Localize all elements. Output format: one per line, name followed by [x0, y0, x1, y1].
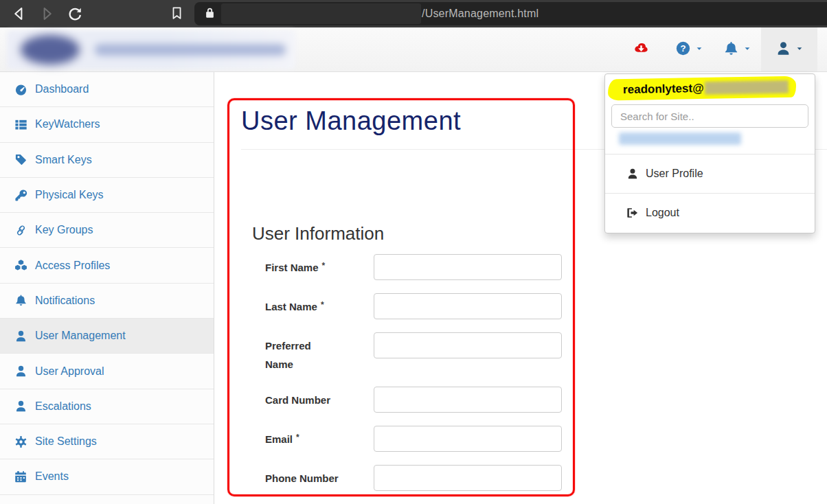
- chain-icon: [14, 224, 27, 237]
- cog-icon: [14, 435, 27, 448]
- required-asterisk: *: [296, 433, 299, 442]
- user-icon: [775, 41, 791, 59]
- forward-icon[interactable]: [38, 5, 55, 22]
- url-text: /UserManagement.html: [422, 2, 539, 25]
- account-email-row: readonlytest@: [605, 74, 815, 104]
- email-input[interactable]: [374, 426, 562, 452]
- phone-number-label: Phone Number: [265, 465, 374, 488]
- first-name-input[interactable]: [374, 254, 562, 280]
- redacted-email-domain: [705, 80, 789, 95]
- sidebar-item-escalations[interactable]: Escalations: [0, 389, 214, 424]
- page-title: User Management: [241, 106, 461, 136]
- menu-items: User ProfileLogout: [605, 154, 815, 232]
- card-number-label: Card Number: [265, 387, 374, 409]
- redacted-app-logo: [7, 30, 295, 69]
- form-row-email: Email*: [265, 426, 562, 452]
- logo-text: [95, 44, 286, 56]
- header-actions: ?: [617, 27, 827, 71]
- svg-text:?: ?: [680, 43, 686, 54]
- account-email: readonlytest@: [623, 81, 704, 96]
- lock-icon: [203, 6, 217, 21]
- menu-item-user-profile[interactable]: User Profile: [605, 154, 815, 193]
- browser-toolbar: /UserManagement.html: [0, 0, 827, 27]
- site-search-input[interactable]: [611, 104, 808, 128]
- notifications-button[interactable]: [713, 27, 761, 71]
- user-menu-button[interactable]: [761, 27, 817, 71]
- sidebar-item-label: User Management: [35, 330, 126, 342]
- user-dropdown-menu: readonlytest@ User ProfileLogout: [604, 73, 815, 233]
- user-icon: [14, 330, 27, 343]
- sidebar-item-label: Physical Keys: [35, 189, 104, 201]
- question-circle-icon: ?: [675, 41, 691, 59]
- last-name-label: Last Name*: [265, 293, 374, 317]
- redacted-url-segment: [221, 3, 421, 24]
- last-name-input[interactable]: [374, 293, 562, 319]
- form-row-last-name: Last Name*: [265, 293, 562, 319]
- sidebar-item-user-approval[interactable]: User Approval: [0, 354, 214, 389]
- sidebar-item-label: User Approval: [35, 365, 104, 378]
- phone-number-input[interactable]: [374, 465, 562, 491]
- form-row-preferred-name: Preferred Name: [265, 332, 562, 374]
- sidebar-item-label: Notifications: [35, 295, 95, 307]
- caret-down-icon: [795, 43, 804, 56]
- th-list-icon: [14, 118, 27, 131]
- sidebar-item-label: Escalations: [35, 400, 91, 413]
- sidebar-item-label: Smart Keys: [35, 154, 92, 166]
- sidebar-item-label: Key Groups: [35, 224, 93, 236]
- email-label: Email*: [265, 426, 374, 450]
- sidebar-item-user-management[interactable]: User Management: [0, 319, 214, 354]
- sidebar-item-events[interactable]: Events: [0, 459, 214, 494]
- bell-icon: [14, 294, 27, 307]
- sidebar-nav: DashboardKeyWatchersSmart KeysPhysical K…: [0, 72, 214, 504]
- caret-down-icon: [743, 43, 751, 56]
- user-icon: [626, 168, 639, 180]
- form-row-phone-number: Phone Number: [265, 465, 562, 491]
- user-icon: [14, 400, 27, 413]
- highlight-marker: readonlytest@: [608, 76, 796, 101]
- address-bar[interactable]: /UserManagement.html: [194, 2, 827, 25]
- sidebar-item-dashboard[interactable]: Dashboard: [0, 72, 214, 107]
- menu-item-logout[interactable]: Logout: [605, 194, 815, 232]
- sidebar-item-access-profiles[interactable]: Access Profiles: [0, 248, 214, 283]
- tag-icon: [14, 153, 27, 166]
- sign-out-icon: [626, 207, 639, 219]
- sidebar-item-label: Access Profiles: [35, 260, 110, 272]
- caret-down-icon: [695, 43, 703, 56]
- required-asterisk: *: [321, 300, 324, 310]
- cloud-download-icon: [633, 41, 649, 59]
- user-information-form: First Name*Last Name*Preferred NameCard …: [265, 254, 562, 504]
- preferred-name-label: Preferred Name: [265, 332, 374, 374]
- sidebar-item-notifications[interactable]: Notifications: [0, 284, 214, 319]
- section-title: User Information: [252, 223, 384, 244]
- sidebar-item-physical-keys[interactable]: Physical Keys: [0, 178, 214, 213]
- help-button[interactable]: ?: [665, 27, 713, 71]
- menu-item-label: Logout: [646, 207, 679, 219]
- form-row-first-name: First Name*: [265, 254, 562, 280]
- logo-mark: [21, 35, 80, 65]
- first-name-label: First Name*: [265, 254, 374, 278]
- sidebar-item-label: Site Settings: [35, 435, 97, 448]
- download-button[interactable]: [617, 27, 665, 71]
- calendar-icon: [14, 470, 27, 483]
- bell-icon: [723, 41, 739, 59]
- form-row-card-number: Card Number: [265, 387, 562, 413]
- card-number-input[interactable]: [374, 387, 562, 413]
- bookmark-icon[interactable]: [170, 6, 184, 21]
- redacted-site-name: [619, 133, 741, 145]
- menu-item-label: User Profile: [646, 168, 703, 180]
- sidebar-item-keywatchers[interactable]: KeyWatchers: [0, 107, 214, 142]
- sidebar-item-label: Dashboard: [35, 83, 89, 95]
- sidebar-item-site-settings[interactable]: Site Settings: [0, 424, 214, 459]
- cubes-icon: [14, 259, 27, 272]
- sidebar-item-label: KeyWatchers: [35, 118, 100, 130]
- preferred-name-input[interactable]: [374, 332, 562, 358]
- sidebar-item-key-groups[interactable]: Key Groups: [0, 213, 214, 248]
- key-icon: [14, 189, 27, 202]
- required-asterisk: *: [322, 261, 326, 271]
- back-icon[interactable]: [11, 5, 27, 22]
- reload-icon[interactable]: [67, 5, 83, 22]
- app-header: ?: [0, 27, 827, 72]
- sidebar-item-smart-keys[interactable]: Smart Keys: [0, 143, 214, 178]
- user-icon: [14, 365, 27, 378]
- tachometer-icon: [14, 83, 27, 96]
